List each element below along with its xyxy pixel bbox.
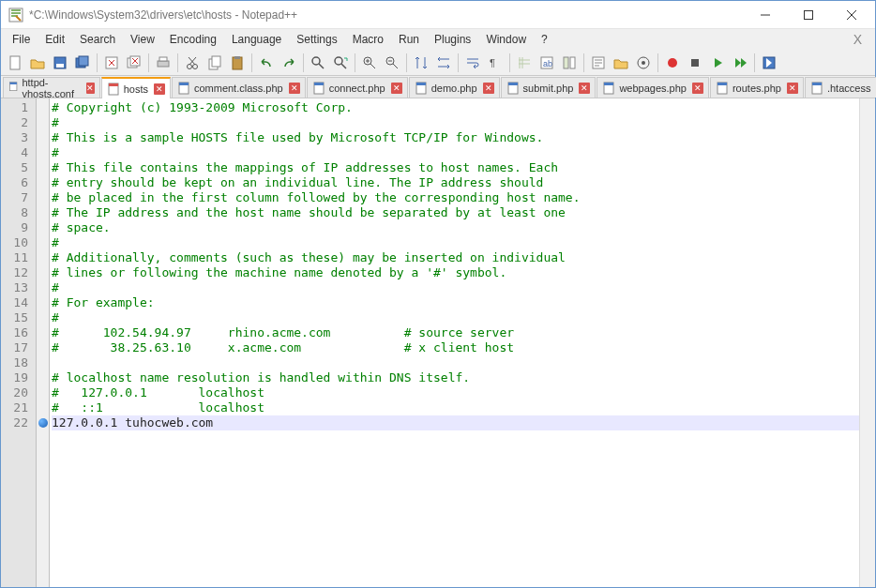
zoom-in-icon[interactable] — [359, 53, 380, 73]
tab-close-icon[interactable]: ✕ — [154, 83, 165, 95]
svg-rect-44 — [508, 83, 518, 85]
svg-text:ab: ab — [543, 59, 552, 68]
save-all-icon[interactable] — [72, 53, 93, 73]
code-line[interactable]: # This file contains the mappings of IP … — [52, 160, 859, 175]
line-number: 21 — [1, 400, 36, 415]
copy-icon[interactable] — [204, 53, 225, 73]
tab-routes-php[interactable]: routes.php✕ — [710, 77, 804, 98]
code-line[interactable]: # lines or following the machine name de… — [52, 265, 859, 280]
func-list-icon[interactable] — [588, 53, 609, 73]
indent-guide-icon[interactable] — [514, 53, 535, 73]
tab-close-icon[interactable]: ✕ — [86, 83, 95, 94]
tab-demo-php[interactable]: demo.php✕ — [409, 77, 500, 98]
record-icon[interactable] — [662, 53, 683, 73]
code-line[interactable]: 127.0.0.1 tuhocweb.com — [52, 415, 859, 430]
paste-icon[interactable] — [227, 53, 248, 73]
zoom-out-icon[interactable] — [382, 53, 402, 73]
code-line[interactable] — [52, 355, 859, 370]
new-file-icon[interactable] — [5, 53, 25, 73]
undo-icon[interactable] — [256, 53, 277, 73]
menu-language[interactable]: Language — [224, 31, 289, 48]
monitoring-icon[interactable] — [633, 53, 654, 73]
tab-close-icon[interactable]: ✕ — [692, 83, 703, 94]
play-icon[interactable] — [707, 53, 728, 73]
replace-icon[interactable] — [330, 53, 351, 73]
tab-close-icon[interactable]: ✕ — [289, 83, 300, 94]
code-editor[interactable]: # Copyright (c) 1993-2009 Microsoft Corp… — [50, 98, 859, 587]
code-line[interactable]: # — [52, 115, 859, 130]
code-line[interactable]: # — [52, 310, 859, 325]
menu-settings[interactable]: Settings — [289, 31, 344, 48]
redo-icon[interactable] — [279, 53, 299, 73]
line-number: 19 — [1, 370, 36, 385]
file-icon — [810, 82, 823, 95]
minimize-button[interactable] — [744, 2, 787, 28]
stop-icon[interactable] — [685, 53, 705, 73]
code-line[interactable]: # Copyright (c) 1993-2009 Microsoft Corp… — [52, 100, 859, 115]
tab-comment-class-php[interactable]: comment.class.php✕ — [172, 77, 306, 98]
cut-icon[interactable] — [182, 53, 203, 73]
code-line[interactable]: # 127.0.0.1 localhost — [52, 385, 859, 400]
close-icon[interactable] — [101, 53, 122, 73]
lang-icon[interactable]: ab — [536, 53, 557, 73]
close-all-icon[interactable] — [124, 53, 144, 73]
tab-connect-php[interactable]: connect.php✕ — [307, 77, 408, 98]
code-line[interactable]: # This is a sample HOSTS file used by Mi… — [52, 130, 859, 145]
close-window-button[interactable] — [830, 2, 873, 28]
word-wrap-icon[interactable] — [462, 53, 483, 73]
toolbar-separator — [177, 53, 178, 72]
save-macro-icon[interactable] — [759, 53, 779, 73]
code-line[interactable]: # ::1 localhost — [52, 400, 859, 415]
tab-submit-php[interactable]: submit.php✕ — [501, 77, 597, 98]
svg-rect-40 — [314, 83, 324, 85]
menu-help[interactable]: ? — [534, 31, 555, 48]
code-line[interactable]: # 38.25.63.10 x.acme.com # x client host — [52, 340, 859, 355]
tab-close-icon[interactable]: ✕ — [483, 83, 494, 94]
code-line[interactable]: # — [52, 235, 859, 250]
sync-v-icon[interactable] — [411, 53, 431, 73]
marker-slot — [37, 145, 49, 160]
menu-close-x[interactable]: X — [844, 32, 871, 47]
folder-icon[interactable] — [611, 53, 631, 73]
tab-hosts[interactable]: hosts✕ — [101, 77, 171, 98]
tab-httpd-vhosts-conf[interactable]: httpd-vhosts.conf✕ — [3, 77, 100, 98]
menu-run[interactable]: Run — [391, 31, 427, 48]
code-line[interactable]: # entry should be kept on an individual … — [52, 175, 859, 190]
vertical-scrollbar[interactable] — [859, 98, 875, 587]
find-icon[interactable] — [308, 53, 328, 73]
doc-map-icon[interactable] — [559, 53, 580, 73]
tab-close-icon[interactable]: ✕ — [391, 83, 402, 94]
menu-encoding[interactable]: Encoding — [162, 31, 224, 48]
marker-slot — [37, 295, 49, 310]
code-line[interactable]: # — [52, 280, 859, 295]
menu-macro[interactable]: Macro — [345, 31, 391, 48]
code-line[interactable]: # Additionally, comments (such as these)… — [52, 250, 859, 265]
menu-plugins[interactable]: Plugins — [427, 31, 478, 48]
svg-point-13 — [193, 64, 198, 68]
tab-close-icon[interactable]: ✕ — [579, 83, 590, 94]
tab--htaccess[interactable]: .htaccess✕ — [805, 77, 876, 98]
code-line[interactable]: # For example: — [52, 295, 859, 310]
code-line[interactable]: # space. — [52, 220, 859, 235]
code-line[interactable]: # — [52, 145, 859, 160]
play-multi-icon[interactable] — [730, 53, 750, 73]
window-controls — [744, 2, 873, 28]
maximize-button[interactable] — [787, 2, 830, 28]
show-all-icon[interactable]: ¶ — [485, 53, 506, 73]
open-file-icon[interactable] — [27, 53, 48, 73]
tab-label: submit.php — [523, 83, 574, 94]
code-line[interactable]: # localhost name resolution is handled w… — [52, 370, 859, 385]
tab-close-icon[interactable]: ✕ — [787, 83, 798, 94]
code-line[interactable]: # 102.54.94.97 rhino.acme.com # source s… — [52, 325, 859, 340]
menu-file[interactable]: File — [5, 31, 38, 48]
tab-webpages-php[interactable]: webpages.php✕ — [597, 77, 709, 98]
code-line[interactable]: # be placed in the first column followed… — [52, 190, 859, 205]
menu-window[interactable]: Window — [478, 31, 534, 48]
menu-search[interactable]: Search — [72, 31, 123, 48]
code-line[interactable]: # The IP address and the host name shoul… — [52, 205, 859, 220]
sync-h-icon[interactable] — [433, 53, 454, 73]
save-icon[interactable] — [50, 53, 70, 73]
print-icon[interactable] — [153, 53, 174, 73]
menu-view[interactable]: View — [123, 31, 162, 48]
menu-edit[interactable]: Edit — [38, 31, 72, 48]
